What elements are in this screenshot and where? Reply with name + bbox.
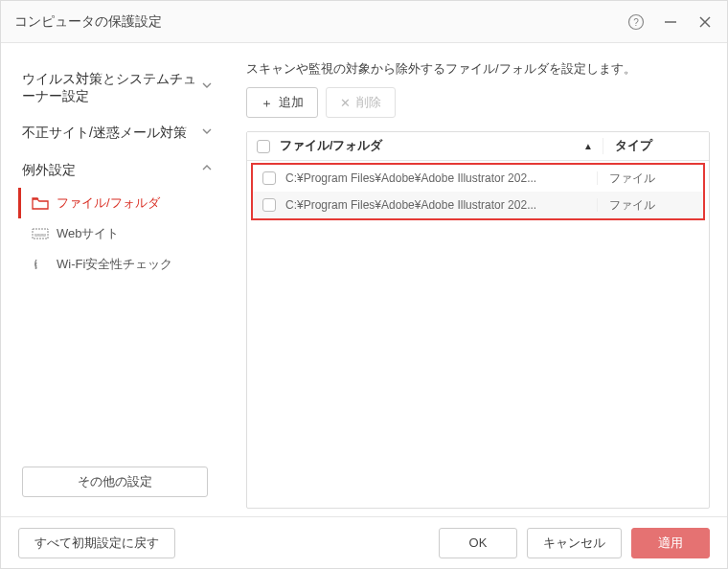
column-label: ファイル/フォルダ xyxy=(280,138,382,154)
svg-text:www: www xyxy=(34,231,46,237)
minimize-icon[interactable] xyxy=(662,13,679,31)
apply-button[interactable]: 適用 xyxy=(631,528,710,558)
folder-icon xyxy=(32,195,49,211)
sort-asc-icon: ▲ xyxy=(583,141,593,151)
row-checkbox-cell[interactable] xyxy=(253,171,285,185)
sidebar-item-wifi[interactable]: Wi-Fi安全性チェック xyxy=(18,249,229,280)
nav-item-antivirus[interactable]: ウイルス対策とシステムチューナー設定 xyxy=(1,60,229,114)
main-area: ウイルス対策とシステムチューナー設定 不正サイト/迷惑メール対策 例外設定 xyxy=(1,43,727,516)
www-icon: www xyxy=(32,226,49,241)
row-type: ファイル xyxy=(598,171,703,187)
row-path: C:¥Program Files¥Adobe¥Adobe Illustrator… xyxy=(285,198,598,212)
content-panel: スキャンや監視の対象から除外するファイル/フォルダを設定します。 ＋ 追加 ✕ … xyxy=(229,43,727,516)
button-label: 適用 xyxy=(658,535,683,552)
add-button[interactable]: ＋ 追加 xyxy=(246,87,318,118)
sub-nav: ファイル/フォルダ www Webサイト Wi-Fi安全性チェック xyxy=(1,188,229,280)
help-icon[interactable]: ? xyxy=(627,13,645,31)
sidebar-item-label: ファイル/フォルダ xyxy=(57,194,160,212)
button-label: OK xyxy=(469,535,488,550)
sidebar-item-label: Wi-Fi安全性チェック xyxy=(57,256,172,273)
button-label: すべて初期設定に戻す xyxy=(34,535,159,552)
highlighted-rows: C:¥Program Files¥Adobe¥Adobe Illustrator… xyxy=(251,163,705,220)
cancel-button[interactable]: キャンセル xyxy=(527,528,622,558)
window-title: コンピュータの保護設定 xyxy=(14,13,627,31)
plus-icon: ＋ xyxy=(261,97,273,109)
footer: すべて初期設定に戻す OK キャンセル 適用 xyxy=(1,516,727,568)
svg-text:?: ? xyxy=(633,16,639,27)
header-checkbox-cell[interactable] xyxy=(247,140,280,153)
checkbox-icon[interactable] xyxy=(257,140,270,153)
row-type: ファイル xyxy=(598,197,703,214)
header-type[interactable]: タイプ xyxy=(603,138,709,154)
row-checkbox-cell[interactable] xyxy=(253,198,285,212)
chevron-down-icon xyxy=(202,125,212,141)
other-settings-button[interactable]: その他の設定 xyxy=(22,467,208,497)
sidebar-item-file-folder[interactable]: ファイル/フォルダ xyxy=(18,188,229,218)
nav-item-exceptions[interactable]: 例外設定 xyxy=(1,151,229,188)
button-label: その他の設定 xyxy=(78,473,152,490)
table-row[interactable]: C:¥Program Files¥Adobe¥Adobe Illustrator… xyxy=(253,192,703,218)
table-header: ファイル/フォルダ ▲ タイプ xyxy=(247,132,709,161)
checkbox-icon[interactable] xyxy=(262,198,276,212)
nav-label: 不正サイト/迷惑メール対策 xyxy=(22,124,187,141)
nav-item-spam[interactable]: 不正サイト/迷惑メール対策 xyxy=(1,114,229,150)
content-description: スキャンや監視の対象から除外するファイル/フォルダを設定します。 xyxy=(246,60,710,78)
exclusion-table: ファイル/フォルダ ▲ タイプ C:¥Program Files¥Adobe¥A… xyxy=(246,131,710,509)
ok-button[interactable]: OK xyxy=(439,528,517,558)
button-label: キャンセル xyxy=(543,535,605,552)
svg-point-7 xyxy=(35,267,37,269)
table-row[interactable]: C:¥Program Files¥Adobe¥Adobe Illustrator… xyxy=(253,165,703,192)
close-icon[interactable] xyxy=(696,13,714,31)
button-label: 追加 xyxy=(279,94,304,111)
delete-button: ✕ 削除 xyxy=(326,87,396,118)
toolbar: ＋ 追加 ✕ 削除 xyxy=(246,87,710,118)
sidebar-item-website[interactable]: www Webサイト xyxy=(18,218,229,249)
column-label: タイプ xyxy=(615,139,652,152)
sidebar: ウイルス対策とシステムチューナー設定 不正サイト/迷惑メール対策 例外設定 xyxy=(1,43,229,516)
checkbox-icon[interactable] xyxy=(262,171,276,185)
wifi-icon xyxy=(32,257,49,272)
nav-label: 例外設定 xyxy=(22,161,76,178)
x-icon: ✕ xyxy=(340,97,351,109)
settings-window: コンピュータの保護設定 ? ウイルス対策とシステムチューナー設定 xyxy=(0,0,728,569)
titlebar-controls: ? xyxy=(627,13,714,31)
reset-defaults-button[interactable]: すべて初期設定に戻す xyxy=(18,528,175,558)
titlebar: コンピュータの保護設定 ? xyxy=(1,1,727,43)
chevron-up-icon xyxy=(202,162,212,177)
button-label: 削除 xyxy=(356,94,381,111)
header-path[interactable]: ファイル/フォルダ ▲ xyxy=(280,138,603,154)
chevron-down-icon xyxy=(202,80,212,95)
sidebar-item-label: Webサイト xyxy=(57,225,120,242)
row-path: C:¥Program Files¥Adobe¥Adobe Illustrator… xyxy=(285,171,598,185)
nav-label: ウイルス対策とシステムチューナー設定 xyxy=(22,70,202,104)
